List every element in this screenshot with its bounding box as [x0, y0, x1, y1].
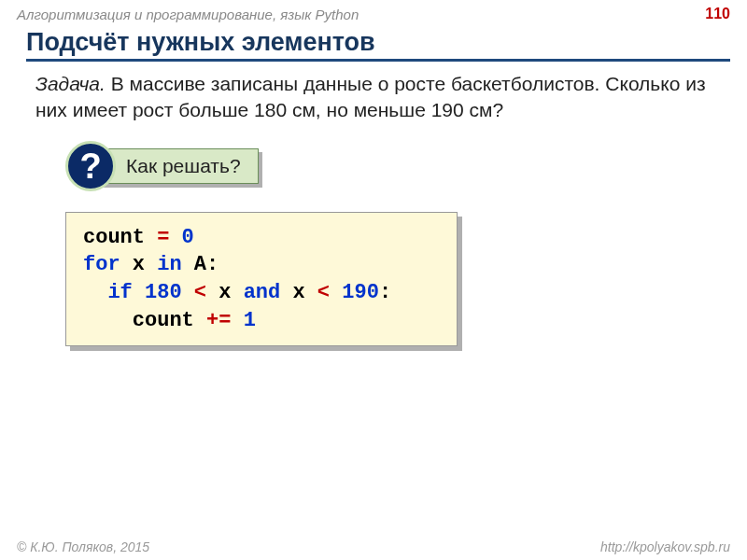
hint-callout: ? Как решать?	[65, 141, 747, 191]
code-line-3: if 180 < x and x < 190:	[83, 281, 391, 304]
slide-title: Подсчёт нужных элементов	[26, 28, 730, 62]
footer-url: http://kpolyakov.spb.ru	[600, 539, 730, 554]
slide-header: Алгоритмизация и программирование, язык …	[0, 0, 747, 24]
footer-copyright: © К.Ю. Поляков, 2015	[17, 539, 149, 554]
slide-footer: © К.Ю. Поляков, 2015 http://kpolyakov.sp…	[0, 539, 747, 554]
task-paragraph: Задача. В массиве записаны данные о рост…	[35, 71, 719, 124]
code-line-4: count += 1	[83, 309, 256, 332]
task-text: В массиве записаны данные о росте баскет…	[35, 73, 706, 120]
question-mark: ?	[79, 148, 101, 184]
code-line-2: for x in A:	[83, 253, 218, 276]
course-title: Алгоритмизация и программирование, язык …	[17, 7, 359, 22]
hint-text-box: Как решать?	[99, 148, 259, 184]
page-number: 110	[705, 6, 730, 22]
hint-text: Как решать?	[126, 155, 241, 176]
code-line-1: count = 0	[83, 226, 194, 249]
question-icon: ?	[65, 141, 116, 191]
task-label: Задача.	[35, 73, 106, 94]
code-block: count = 0 for x in A: if 180 < x and x <…	[65, 212, 458, 347]
